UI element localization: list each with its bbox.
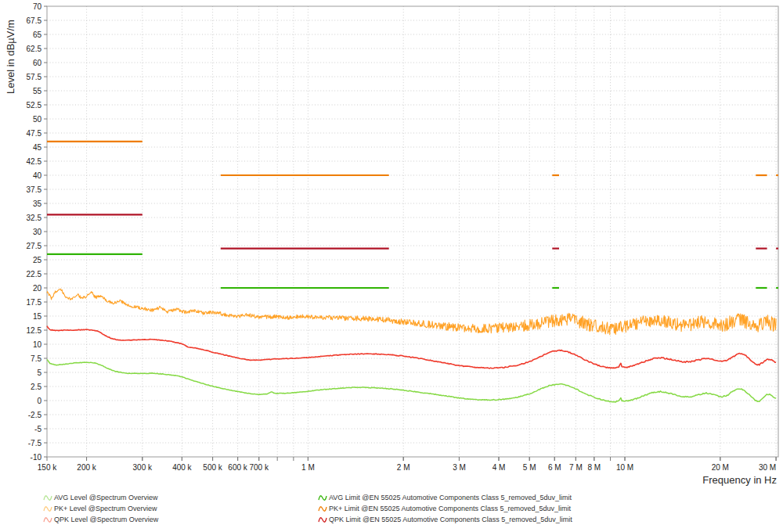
y-tick-label: 2.5: [31, 383, 41, 391]
x-axis-title: Frequency in Hz: [702, 474, 777, 486]
trace-pk-level: [47, 289, 776, 334]
y-axis-title: Level in dBµV/m: [5, 20, 16, 94]
legend-item-avg-limit[interactable]: AVG Limit @EN 55025 Automotive Component…: [318, 492, 572, 503]
x-tick-label: 300 k: [133, 463, 153, 472]
trace-wave-icon: [318, 494, 327, 502]
trace-wave-icon: [318, 505, 327, 513]
y-tick-label: -5: [34, 425, 41, 433]
trace-avg-level: [47, 360, 776, 402]
trace-wave-icon: [43, 494, 52, 502]
y-tick-label: 42.5: [27, 157, 42, 166]
y-tick-label: 0: [37, 397, 41, 405]
x-tick-label: 500 k: [203, 463, 222, 472]
y-tick-label: 22.5: [27, 270, 42, 279]
y-tick-label: 67.5: [27, 16, 42, 25]
y-tick-label: 5: [37, 368, 41, 377]
traces: [47, 289, 776, 402]
x-tick-label: 30 M: [759, 463, 776, 472]
y-tick-label: 62.5: [27, 45, 42, 53]
y-tick-label: 17.5: [27, 298, 42, 307]
legend-traces: AVG Level @Spectrum OverviewPK+ Level @S…: [43, 492, 158, 525]
x-tick-label: 700 k: [249, 463, 269, 472]
y-tick-label: -2.5: [28, 411, 42, 419]
legend-item-qpk-limit[interactable]: QPK Limit @EN 55025 Automotive Component…: [318, 514, 572, 525]
y-tick-label: 35: [33, 200, 42, 208]
x-tick-label: 200 k: [77, 463, 96, 472]
x-tick-label: 10 M: [616, 463, 633, 472]
y-tick-label: 30: [33, 228, 42, 236]
trace-wave-icon: [43, 516, 52, 524]
x-tick-label: 600 k: [228, 463, 247, 472]
legend-item-pk-limit[interactable]: PK+ Limit @EN 55025 Automotive Component…: [318, 503, 572, 514]
y-tick-label: 50: [33, 115, 42, 124]
x-tick-label: 400 k: [172, 463, 192, 472]
legend-item-label: AVG Limit @EN 55025 Automotive Component…: [329, 494, 572, 501]
y-tick-label: 7.5: [31, 354, 41, 363]
x-tick-label: 7 M: [569, 463, 583, 472]
trace-wave-icon: [43, 505, 52, 513]
y-tick-label: 20: [33, 284, 42, 293]
legend-item-label: QPK Level @Spectrum Overview: [54, 516, 158, 523]
y-tick-label: 10: [33, 340, 42, 349]
y-tick-label: 45: [33, 143, 42, 152]
y-tick-label: 52.5: [27, 101, 42, 110]
y-tick-label: 32.5: [27, 214, 42, 222]
legend-limits: AVG Limit @EN 55025 Automotive Component…: [318, 492, 572, 525]
limit-lines: [47, 142, 778, 288]
plot-canvas: 7067.56562.56057.55552.55047.54542.54037…: [0, 0, 783, 532]
y-tick-label: -7.5: [28, 439, 42, 448]
y-tick-label: 55: [33, 87, 42, 95]
plot-area[interactable]: [47, 6, 778, 457]
y-axis: 7067.56562.56057.55552.55047.54542.54037…: [27, 2, 47, 462]
x-tick-label: 3 M: [453, 463, 466, 472]
gridlines: [47, 6, 778, 457]
y-tick-label: 40: [33, 171, 42, 180]
legend-item-pk-level[interactable]: PK+ Level @Spectrum Overview: [43, 503, 158, 514]
x-tick-label: 5 M: [523, 463, 536, 472]
y-tick-label: 25: [33, 256, 42, 264]
trace-wave-icon: [318, 516, 327, 524]
y-tick-label: 65: [33, 31, 42, 39]
y-tick-label: 27.5: [27, 242, 42, 250]
legend-item-qpk-level[interactable]: QPK Level @Spectrum Overview: [43, 514, 158, 525]
y-tick-label: 60: [33, 59, 42, 67]
y-tick-label: 57.5: [27, 73, 42, 81]
legend-item-avg-level[interactable]: AVG Level @Spectrum Overview: [43, 492, 158, 503]
x-tick-label: 6 M: [548, 463, 561, 472]
y-tick-label: 37.5: [27, 185, 42, 194]
x-tick-label: 150 k: [38, 463, 57, 472]
legend-item-label: QPK Limit @EN 55025 Automotive Component…: [329, 516, 572, 523]
y-tick-label: 47.5: [27, 129, 42, 138]
x-tick-label: 1 M: [301, 463, 315, 472]
emc-spectrum-chart: 7067.56562.56057.55552.55047.54542.54037…: [0, 0, 783, 532]
legend-item-label: AVG Level @Spectrum Overview: [54, 494, 158, 501]
y-tick-label: -10: [31, 453, 42, 462]
legend-item-label: PK+ Level @Spectrum Overview: [54, 505, 157, 512]
trace-qpk-level: [47, 326, 776, 368]
y-tick-label: 12.5: [27, 326, 42, 335]
x-tick-label: 20 M: [712, 463, 729, 472]
x-tick-label: 4 M: [493, 463, 506, 472]
y-tick-label: 15: [33, 312, 42, 321]
x-tick-label: 8 M: [587, 463, 601, 472]
x-tick-label: 2 M: [397, 463, 410, 472]
x-axis: 150 k200 k300 k400 k500 k600 k700 k1 M2 …: [38, 457, 776, 472]
y-tick-label: 70: [33, 2, 42, 11]
legend-item-label: PK+ Limit @EN 55025 Automotive Component…: [329, 505, 571, 512]
